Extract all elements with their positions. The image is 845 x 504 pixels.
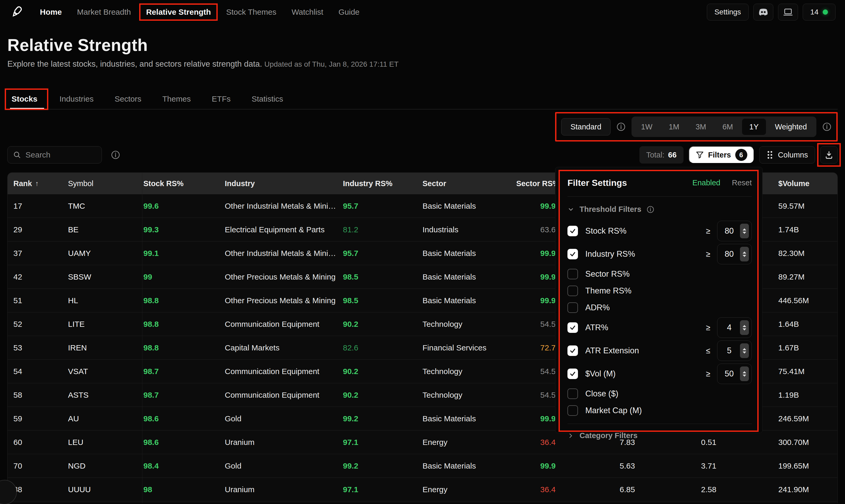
cell-symbol[interactable]: LEU [68,431,139,454]
nav-item-market-breadth[interactable]: Market Breadth [77,7,131,17]
cell-symbol[interactable]: UAMY [68,241,139,265]
cell-sector-rs: 36.4 [506,478,556,501]
cell-symbol[interactable]: TMC [68,194,139,218]
tab-statistics[interactable]: Statistics [241,89,293,109]
column-header-sector-rs[interactable]: Sector RS% [516,173,559,194]
discord-button[interactable] [753,4,773,20]
info-icon[interactable] [111,150,120,160]
table-row[interactable]: 70 NGD 98.4 Gold 99.2 Basic Materials 99… [7,454,838,478]
cell-symbol[interactable]: LITE [68,312,139,336]
app-logo-icon[interactable] [10,5,24,19]
tab-themes[interactable]: Themes [152,89,201,109]
column-header-volume[interactable]: $Volume [778,173,838,194]
cell-industry: Communication Equipment [225,312,342,336]
cell-symbol[interactable]: BE [68,218,139,241]
tab-stocks[interactable]: Stocks [7,89,49,109]
filter-item[interactable]: ADR% [568,299,752,316]
timeframe-1w[interactable]: 1W [634,119,660,135]
filter-checkbox[interactable] [568,405,578,416]
timeframe-weighted[interactable]: Weighted [768,119,814,135]
laptop-icon [783,8,793,16]
cell-symbol[interactable]: HL [68,289,139,312]
column-header-symbol[interactable]: Symbol [68,173,139,194]
toolbar-right: Total: 66 Filters 6 Columns [640,146,838,164]
download-button[interactable] [820,146,838,164]
filter-settings-panel: Filter Settings Enabled Reset Threshold … [555,167,762,433]
stepper-buttons[interactable] [740,343,749,358]
nav-item-stock-themes[interactable]: Stock Themes [226,7,276,17]
table-row-partial[interactable] [7,501,838,503]
filter-item[interactable]: Close ($) [568,385,752,402]
standard-mode-button[interactable]: Standard [561,118,611,136]
column-header-rank[interactable]: Rank ↑ [13,173,61,194]
column-header-industry[interactable]: Industry [225,173,342,194]
tab-sectors[interactable]: Sectors [104,89,152,109]
filter-item[interactable]: ATR% ≥ 4 [568,316,752,339]
tab-etfs[interactable]: ETFs [201,89,241,109]
subtitle-text: Explore the latest stocks, industries, a… [7,59,262,69]
info-icon[interactable] [616,122,626,131]
filters-reset-button[interactable]: Reset [732,179,752,187]
filter-checkbox[interactable] [568,226,578,236]
cell-symbol[interactable]: ASTS [68,383,139,407]
filter-value-stepper[interactable]: 50 [717,363,752,384]
cell-symbol[interactable]: SBSW [68,265,139,289]
filter-item[interactable]: $Vol (M) ≥ 50 [568,362,752,385]
timeframe-3m[interactable]: 3M [688,119,714,135]
stepper-buttons[interactable] [740,247,749,262]
filter-checkbox[interactable] [568,322,578,333]
info-icon[interactable] [822,122,832,131]
cell-symbol[interactable]: IREN [68,336,139,360]
filter-item[interactable]: Industry RS% ≥ 80 [568,242,752,266]
stepper-buttons[interactable] [740,320,749,335]
cell-symbol[interactable]: NGD [68,454,139,478]
stepper-buttons[interactable] [740,366,749,381]
timeframe-1m[interactable]: 1M [662,119,687,135]
search-input[interactable] [25,150,96,159]
category-filters-section[interactable]: Category Filters [568,431,752,440]
columns-button[interactable]: Columns [759,146,815,164]
filter-checkbox[interactable] [568,345,578,356]
search-box[interactable] [7,146,102,164]
filter-checkbox[interactable] [568,389,578,399]
threshold-filters-section[interactable]: Threshold Filters [568,205,752,214]
tab-industries[interactable]: Industries [49,89,104,109]
cell-symbol[interactable]: VSAT [68,360,139,383]
stepper-buttons[interactable] [740,224,749,238]
column-header-stock-rs[interactable]: Stock RS% [143,173,209,194]
nav-item-watchlist[interactable]: Watchlist [291,7,323,17]
timeframe-6m[interactable]: 6M [715,119,740,135]
column-header-industry-rs[interactable]: Industry RS% [343,173,395,194]
filter-item[interactable]: Stock RS% ≥ 80 [568,219,752,242]
cell-symbol[interactable]: AU [68,407,139,431]
cell-industry-rs: 90.2 [343,312,395,336]
filter-item[interactable]: Market Cap (M) [568,402,752,419]
nav-item-guide[interactable]: Guide [339,7,359,17]
filters-enabled-toggle[interactable]: Enabled [693,179,720,187]
filter-checkbox[interactable] [568,368,578,379]
settings-button[interactable]: Settings [707,4,749,20]
column-header-sector[interactable]: Sector [422,173,512,194]
filter-operator: ≤ [706,346,710,355]
filters-button[interactable]: Filters 6 [689,146,754,164]
desktop-app-button[interactable] [778,4,798,20]
nav-item-relative-strength[interactable]: Relative Strength [146,7,211,17]
table-row[interactable]: 88 UUUU 98 Uranium 97.1 Energy 36.4 6.85… [7,478,838,501]
filter-value-stepper[interactable]: 80 [717,221,752,241]
info-icon[interactable] [646,205,654,213]
filter-checkbox[interactable] [568,302,578,313]
cell-industry: Uranium [225,478,342,501]
filter-value-stepper[interactable]: 5 [717,340,752,361]
filter-item[interactable]: Theme RS% [568,283,752,299]
filter-value-stepper[interactable]: 80 [717,244,752,264]
cell-symbol[interactable]: UUUU [68,478,139,501]
filter-checkbox[interactable] [568,269,578,279]
filter-checkbox[interactable] [568,286,578,296]
online-count-button[interactable]: 14 [803,4,835,20]
filter-checkbox[interactable] [568,249,578,259]
filter-value-stepper[interactable]: 4 [717,317,752,338]
timeframe-1y[interactable]: 1Y [742,119,766,135]
filter-item[interactable]: ATR Extension ≤ 5 [568,339,752,362]
filter-item[interactable]: Sector RS% [568,266,752,283]
nav-item-home[interactable]: Home [40,7,62,17]
